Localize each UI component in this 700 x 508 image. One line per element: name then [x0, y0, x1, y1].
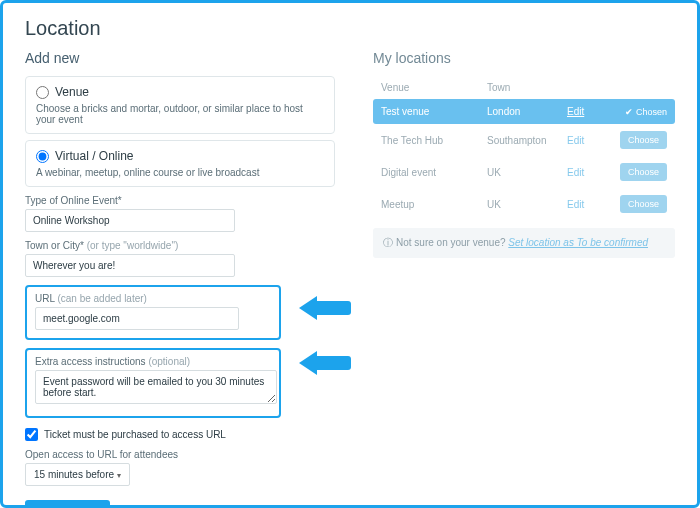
- venue-info-box: ⓘNot sure on your venue? Set location as…: [373, 228, 675, 258]
- ticket-required-label: Ticket must be purchased to access URL: [44, 429, 226, 440]
- chosen-badge: ✔ Chosen: [625, 107, 667, 117]
- instructions-callout: Extra access instructions (optional): [25, 348, 281, 418]
- virtual-radio[interactable]: [36, 150, 49, 163]
- venue-option-card[interactable]: Venue Choose a bricks and mortar, outdoo…: [25, 76, 335, 134]
- edit-link[interactable]: Edit: [567, 106, 607, 117]
- table-row: Digital eventUKEditChoose: [373, 156, 675, 188]
- town-label: Town or City* (or type "worldwide"): [25, 240, 335, 251]
- cell-venue: Digital event: [381, 167, 487, 178]
- virtual-option-card[interactable]: Virtual / Online A webinar, meetup, onli…: [25, 140, 335, 187]
- edit-link[interactable]: Edit: [567, 135, 607, 146]
- venue-option-title: Venue: [55, 85, 89, 99]
- table-row: The Tech HubSouthamptonEditChoose: [373, 124, 675, 156]
- town-input[interactable]: [25, 254, 235, 277]
- table-row: MeetupUKEditChoose: [373, 188, 675, 220]
- venue-radio[interactable]: [36, 86, 49, 99]
- virtual-option-title: Virtual / Online: [55, 149, 134, 163]
- add-new-heading: Add new: [25, 50, 335, 66]
- type-input[interactable]: [25, 209, 235, 232]
- url-input[interactable]: [35, 307, 239, 330]
- cell-venue: The Tech Hub: [381, 135, 487, 146]
- open-access-select[interactable]: 15 minutes before▾: [25, 463, 130, 486]
- cell-venue: Meetup: [381, 199, 487, 210]
- ticket-required-checkbox[interactable]: [25, 428, 38, 441]
- add-location-button[interactable]: Add location: [25, 500, 110, 508]
- edit-link[interactable]: Edit: [567, 199, 607, 210]
- info-icon: ⓘ: [383, 237, 393, 248]
- choose-button[interactable]: Choose: [620, 163, 667, 181]
- instructions-textarea[interactable]: [35, 370, 277, 404]
- cell-town: Southampton: [487, 135, 567, 146]
- virtual-option-desc: A webinar, meetup, online course or live…: [36, 167, 324, 178]
- page-title: Location: [25, 17, 675, 40]
- url-callout: URL (can be added later): [25, 285, 281, 340]
- locations-table: Venue Town Test venueLondonEdit✔ ChosenT…: [373, 76, 675, 220]
- type-label: Type of Online Event*: [25, 195, 335, 206]
- url-label: URL (can be added later): [35, 293, 271, 304]
- chevron-down-icon: ▾: [117, 471, 121, 480]
- open-access-label: Open access to URL for attendees: [25, 449, 335, 460]
- col-venue: Venue: [381, 82, 487, 93]
- cell-venue: Test venue: [381, 106, 487, 117]
- set-tbc-link[interactable]: Set location as To be confirmed: [508, 237, 648, 248]
- arrow-annotation-instructions: [299, 351, 351, 375]
- edit-link[interactable]: Edit: [567, 167, 607, 178]
- my-locations-heading: My locations: [373, 50, 675, 66]
- cell-town: UK: [487, 167, 567, 178]
- cell-town: UK: [487, 199, 567, 210]
- col-town: Town: [487, 82, 567, 93]
- instructions-label: Extra access instructions (optional): [35, 356, 271, 367]
- choose-button[interactable]: Choose: [620, 195, 667, 213]
- cell-town: London: [487, 106, 567, 117]
- choose-button[interactable]: Choose: [620, 131, 667, 149]
- arrow-annotation-url: [299, 296, 351, 320]
- venue-option-desc: Choose a bricks and mortar, outdoor, or …: [36, 103, 324, 125]
- table-row: Test venueLondonEdit✔ Chosen: [373, 99, 675, 124]
